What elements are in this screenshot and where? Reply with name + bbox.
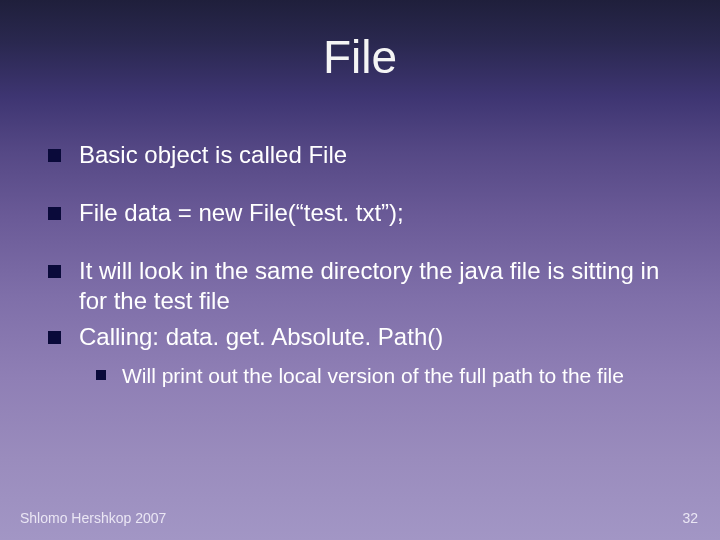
bullet-text: File data = new File(“test. txt”); [79,198,404,228]
square-bullet-icon [48,265,61,278]
slide-title: File [0,30,720,84]
bullet-item: Calling: data. get. Absolute. Path() [48,322,680,352]
slide-body: Basic object is called File File data = … [48,140,680,389]
bullet-text: Calling: data. get. Absolute. Path() [79,322,443,352]
slide: File Basic object is called File File da… [0,0,720,540]
bullet-item: It will look in the same directory the j… [48,256,680,316]
square-bullet-icon [48,149,61,162]
sub-bullet-text: Will print out the local version of the … [122,362,624,389]
sub-bullet-item: Will print out the local version of the … [96,362,680,389]
slide-number: 32 [682,510,698,526]
bullet-item: File data = new File(“test. txt”); [48,198,680,228]
footer-author: Shlomo Hershkop 2007 [20,510,166,526]
bullet-item: Basic object is called File [48,140,680,170]
square-bullet-icon [48,331,61,344]
square-bullet-icon [96,370,106,380]
bullet-text: It will look in the same directory the j… [79,256,680,316]
square-bullet-icon [48,207,61,220]
bullet-text: Basic object is called File [79,140,347,170]
sub-bullet-group: Will print out the local version of the … [96,362,680,389]
